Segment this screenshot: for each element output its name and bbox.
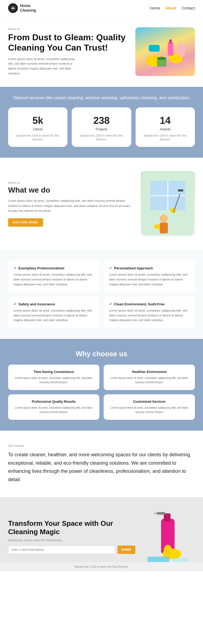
why-card-body-1: Lorem ipsum dolor sit amet, consetetur s… [109,376,189,385]
stat-label-awards: Awards [141,127,189,131]
feature-card-0: ✔ Exemplary Professionalism Lorem ipsum … [8,260,99,292]
feature-body-3: Lorem ipsum dolor sit amet, consetetur s… [109,308,189,323]
cta-title: Transform Your Space with Our Cleaning M… [8,519,135,536]
what-we-do-section: About us What we do Lorem ipsum dolor si… [0,158,203,250]
why-card-body-2: Lorem ipsum dolor sit amet, consetetur s… [14,406,94,414]
svg-rect-15 [160,223,168,233]
stat-number-clients: 5k [14,115,62,126]
submit-button[interactable]: SUBMIT [117,546,135,554]
cta-form: SUBMIT [8,546,135,554]
stat-card-projects: 238 Projects Sample text. Click to selec… [72,107,131,147]
svg-rect-22 [157,512,165,515]
svg-rect-6 [149,45,160,52]
cta-image [141,508,195,562]
wwd-body: Lorem ipsum dolor sit amet, consetetur s… [8,198,133,213]
main-nav: Home About Contact [150,6,195,10]
stat-label-clients: Clients [14,127,62,131]
nav-about[interactable]: About [165,6,176,10]
hero-content: About us From Dust to Gleam: Quality Cle… [8,27,130,76]
why-choose-grid: Time-Saving Convenience Lorem ipsum dolo… [8,365,195,420]
svg-rect-19 [178,189,183,191]
feature-title-2: ✔ Safety and Assurance [14,302,94,306]
svg-point-16 [154,224,160,229]
svg-rect-21 [164,513,171,521]
feature-card-3: ✔ Clean Environment, Guilt-Free Lorem ip… [104,296,195,328]
why-card-title-1: Healthier Environment [109,370,189,374]
stat-number-projects: 238 [77,115,126,126]
feature-card-2: ✔ Safety and Assurance Lorem ipsum dolor… [8,296,99,328]
feature-body-2: Lorem ipsum dolor sit amet, consetetur s… [14,308,94,323]
site-header: HomeCleaning Home About Contact [0,0,203,16]
feature-card-1: ✔ Personalized Approach Lorem ipsum dolo… [104,260,195,292]
why-card-body-0: Lorem ipsum dolor sit amet, consetetur s… [14,376,94,385]
stats-cards: 5k Clients Sample text. Click to select … [8,107,195,147]
features-section: ✔ Exemplary Professionalism Lorem ipsum … [0,250,203,339]
mission-section: Our mission To create cleaner, healthier… [0,431,203,497]
hero-about-label: About us [8,27,130,31]
svg-rect-4 [168,42,173,56]
wwd-content: About us What we do Lorem ipsum dolor si… [8,181,133,227]
why-choose-section: Why choose us Time-Saving Convenience Lo… [0,339,203,431]
stats-section: Tailored services like carpet cleaning, … [0,87,203,158]
why-card-title-0: Time-Saving Convenience [14,370,94,374]
svg-rect-29 [172,558,188,562]
why-card-2: Professional Quality Results Lorem ipsum… [8,394,99,420]
stat-desc-clients: Sample text. Click to select the Text El… [14,134,62,141]
mission-text: To create cleaner, healthier, and more w… [8,451,195,484]
hero-title: From Dust to Gleam: Quality Cleaning You… [8,32,130,53]
logo-text: HomeCleaning [20,4,36,13]
site-footer: Sample text. Click to select the Text El… [0,562,203,572]
mission-label: Our mission [8,444,195,447]
feature-title-1: ✔ Personalized Approach [109,266,189,270]
hero-image-visual [135,27,195,76]
stat-desc-awards: Sample text. Click to select the Text El… [141,134,189,141]
why-card-body-3: Lorem ipsum dolor sit amet, consetetur s… [109,406,189,414]
nav-home[interactable]: Home [150,6,160,10]
footer-text: Sample text. Click to select the Text El… [8,565,195,568]
hero-image [135,27,195,76]
feature-body-0: Lorem ipsum dolor sit amet, consetetur s… [14,272,94,287]
check-icon-0: ✔ [14,266,17,270]
stat-card-awards: 14 Awards Sample text. Click to select t… [136,107,195,147]
check-icon-3: ✔ [109,302,112,306]
wwd-title: What we do [8,186,133,194]
logo: HomeCleaning [8,3,36,13]
check-icon-2: ✔ [14,302,17,306]
svg-point-7 [177,44,185,57]
why-card-1: Healthier Environment Lorem ipsum dolor … [104,365,195,390]
cta-content: Transform Your Space with Our Cleaning M… [8,519,135,562]
svg-point-9 [157,57,166,60]
wwd-image [141,171,195,236]
logo-icon [8,3,18,13]
why-choose-title: Why choose us [8,350,195,358]
svg-point-25 [164,545,172,557]
svg-rect-5 [169,39,172,44]
hero-body: Lorem ipsum dolor sit amet, consetetur s… [8,57,78,76]
feature-title-0: ✔ Exemplary Professionalism [14,266,94,270]
cta-sample-text: Sample text. Click to select the Text El… [8,539,135,542]
feature-title-3: ✔ Clean Environment, Guilt-Free [109,302,189,306]
email-input[interactable] [8,546,115,554]
stat-card-clients: 5k Clients Sample text. Click to select … [8,107,67,147]
check-icon-1: ✔ [109,266,112,270]
stat-desc-projects: Sample text. Click to select the Text El… [77,134,126,141]
stat-number-awards: 14 [141,115,189,126]
why-card-3: Customized Services Lorem ipsum dolor si… [104,394,195,420]
wwd-about-label: About us [8,181,133,184]
cta-section: Transform Your Space with Our Cleaning M… [0,497,203,562]
svg-rect-28 [148,557,169,562]
explore-more-button[interactable]: EXPLORE MORE [8,218,43,227]
stats-tagline: Tailored services like carpet cleaning, … [8,95,195,101]
svg-point-1 [12,7,14,9]
why-card-title-3: Customized Services [109,400,189,404]
why-card-0: Time-Saving Convenience Lorem ipsum dolo… [8,365,99,390]
feature-body-1: Lorem ipsum dolor sit amet, consetetur s… [109,272,189,287]
why-card-title-2: Professional Quality Results [14,400,94,404]
stat-label-projects: Projects [77,127,126,131]
hero-section: About us From Dust to Gleam: Quality Cle… [0,16,203,87]
svg-point-14 [160,214,168,223]
nav-contact[interactable]: Contact [182,6,195,10]
